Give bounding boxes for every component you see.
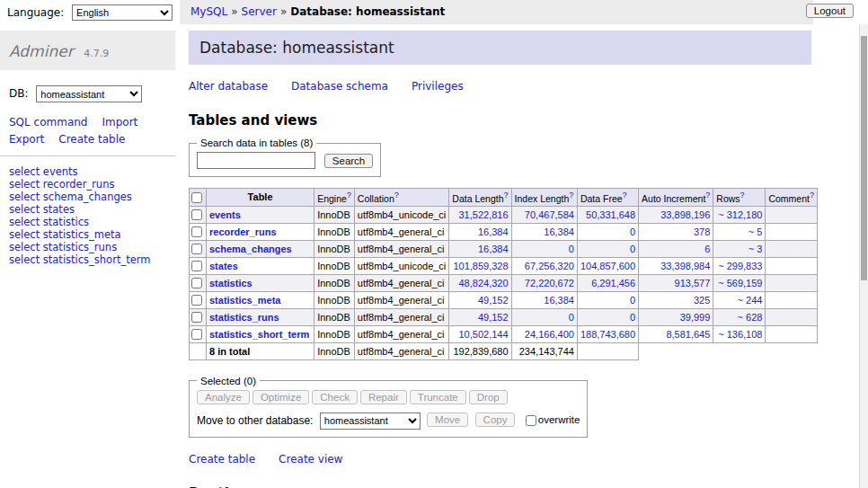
breadcrumb-link[interactable]: Server: [242, 5, 277, 18]
row-checkbox[interactable]: [191, 261, 202, 271]
sidebar-table-link[interactable]: select recorder_runs: [9, 178, 166, 191]
create-link[interactable]: Create table: [189, 453, 255, 466]
cell-rows-link[interactable]: ~ 312,180: [718, 209, 762, 220]
search-button[interactable]: Search: [324, 154, 373, 168]
sidebar-table-link[interactable]: select statistics_meta: [9, 228, 166, 241]
row-checkbox[interactable]: [191, 278, 202, 288]
check-button[interactable]: Check: [312, 390, 358, 404]
cell-index-length-link[interactable]: 0: [569, 312, 574, 323]
cell-data-free-link[interactable]: 0: [630, 295, 635, 306]
cell-index-length-link[interactable]: 0: [569, 244, 574, 254]
help-link[interactable]: ?: [810, 191, 814, 200]
db-action-link[interactable]: Alter database: [189, 80, 268, 93]
cell-auto-increment-link[interactable]: 913,577: [675, 278, 711, 288]
help-link[interactable]: ?: [740, 191, 745, 200]
sidebar-table-link[interactable]: select states: [9, 203, 166, 216]
table-name-link[interactable]: statistics_meta: [209, 295, 281, 306]
cell-rows-link[interactable]: ~ 299,833: [718, 261, 762, 271]
cell-rows-link[interactable]: ~ 569,159: [718, 278, 762, 288]
truncate-button[interactable]: Truncate: [410, 390, 466, 404]
table-name-link[interactable]: events: [209, 209, 241, 220]
cell-data-free-link[interactable]: 50,331,648: [586, 209, 635, 220]
sidebar-table-link[interactable]: select events: [9, 165, 166, 178]
cell-data-length-link[interactable]: 16,384: [478, 226, 509, 237]
row-checkbox[interactable]: [191, 244, 202, 254]
language-select[interactable]: English: [72, 4, 173, 21]
cell-index-length-link[interactable]: 24,166,400: [525, 329, 574, 340]
cell-auto-increment-link[interactable]: 33,898,196: [660, 209, 710, 220]
help-link[interactable]: ?: [504, 191, 509, 200]
table-name-link[interactable]: states: [209, 261, 238, 271]
help-link[interactable]: ?: [394, 191, 399, 200]
row-checkbox[interactable]: [191, 226, 202, 237]
help-link[interactable]: ?: [705, 191, 710, 200]
cell-data-length-link[interactable]: 31,522,816: [459, 209, 509, 220]
cell-data-free-link[interactable]: 0: [630, 244, 635, 254]
table-name-link[interactable]: schema_changes: [209, 244, 292, 254]
row-checkbox[interactable]: [191, 329, 202, 340]
cell-data-free-link[interactable]: 0: [630, 226, 635, 237]
cell-rows-link[interactable]: ~ 5: [748, 226, 763, 237]
cell-index-length-link[interactable]: 16,384: [544, 226, 574, 237]
sidebar-table-link[interactable]: select statistics_short_term: [9, 253, 166, 266]
sidebar-op-link[interactable]: Import: [102, 116, 137, 129]
create-link[interactable]: Create view: [279, 453, 342, 466]
scrollbar-thumb[interactable]: [861, 36, 867, 280]
cell-index-length-link[interactable]: 70,467,584: [525, 209, 574, 220]
repair-button[interactable]: Repair: [360, 390, 407, 404]
table-name-link[interactable]: recorder_runs: [209, 226, 277, 237]
sidebar-table-link[interactable]: select schema_changes: [9, 191, 166, 203]
cell-data-free-link[interactable]: 6,291,456: [591, 278, 635, 288]
cell-rows-link[interactable]: ~ 3: [748, 244, 763, 254]
cell-auto-increment-link[interactable]: 39,999: [680, 312, 711, 323]
move-db-select[interactable]: homeassistant: [320, 413, 421, 430]
help-link[interactable]: ?: [569, 191, 573, 200]
sidebar-op-link[interactable]: SQL command: [9, 116, 87, 129]
analyze-button[interactable]: Analyze: [197, 390, 250, 404]
cell-auto-increment-link[interactable]: 33,398,984: [660, 261, 710, 271]
cell-data-free-link[interactable]: 104,857,600: [580, 261, 635, 271]
cell-rows-link[interactable]: ~ 244: [738, 295, 763, 306]
help-link[interactable]: ?: [347, 191, 351, 200]
move-button[interactable]: Move: [427, 413, 468, 427]
cell-data-free-link[interactable]: 188,743,680: [580, 329, 635, 340]
cell-data-length-link[interactable]: 49,152: [478, 295, 509, 306]
search-input[interactable]: [197, 152, 315, 169]
sidebar-table-link[interactable]: select statistics_runs: [9, 241, 166, 253]
sidebar-table-link[interactable]: select statistics: [9, 216, 166, 228]
copy-button[interactable]: Copy: [475, 413, 516, 427]
cell-data-free-link[interactable]: 0: [630, 312, 635, 323]
cell-rows-link[interactable]: ~ 628: [738, 312, 763, 323]
sidebar-op-link[interactable]: Create table: [58, 133, 125, 146]
cell-data-length-link[interactable]: 48,824,320: [459, 278, 509, 288]
cell-auto-increment-link[interactable]: 6: [704, 244, 710, 254]
logout-button[interactable]: Logout: [806, 4, 854, 18]
cell-auto-increment-link[interactable]: 325: [694, 295, 710, 306]
scrollbar[interactable]: [859, 24, 868, 488]
table-name-link[interactable]: statistics_runs: [209, 312, 279, 323]
table-name-link[interactable]: statistics_short_term: [209, 329, 309, 340]
row-checkbox[interactable]: [191, 312, 202, 323]
overwrite-checkbox[interactable]: [526, 415, 536, 426]
cell-data-length-link[interactable]: 10,502,144: [459, 329, 509, 340]
drop-button[interactable]: Drop: [469, 390, 508, 404]
breadcrumb-link[interactable]: MySQL: [190, 5, 227, 18]
cell-data-length-link[interactable]: 49,152: [478, 312, 509, 323]
cell-index-length-link[interactable]: 72,220,672: [525, 278, 574, 288]
select-all-checkbox[interactable]: [191, 192, 202, 203]
row-checkbox[interactable]: [191, 295, 202, 306]
row-checkbox[interactable]: [191, 209, 202, 220]
cell-data-length-link[interactable]: 16,384: [478, 244, 509, 254]
optimize-button[interactable]: Optimize: [252, 390, 309, 404]
cell-index-length-link[interactable]: 16,384: [544, 295, 574, 306]
cell-auto-increment-link[interactable]: 378: [694, 226, 710, 237]
cell-index-length-link[interactable]: 67,256,320: [525, 261, 574, 271]
cell-rows-link[interactable]: ~ 136,108: [718, 329, 762, 340]
table-name-link[interactable]: statistics: [209, 278, 252, 288]
cell-data-length-link[interactable]: 101,859,328: [453, 261, 508, 271]
cell-auto-increment-link[interactable]: 8,581,645: [666, 329, 710, 340]
help-link[interactable]: ?: [623, 191, 627, 200]
db-action-link[interactable]: Privileges: [412, 80, 464, 93]
db-action-link[interactable]: Database schema: [291, 80, 388, 93]
db-select[interactable]: homeassistant: [36, 85, 142, 102]
